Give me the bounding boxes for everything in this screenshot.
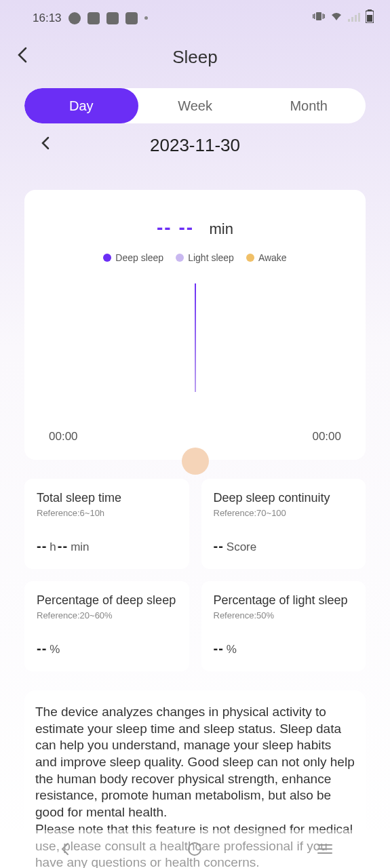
legend-dot-awake-icon [246, 254, 254, 262]
legend-light-sleep: Light sleep [176, 252, 234, 263]
stat-value: -- Score [214, 538, 354, 554]
chart-total-unit: min [210, 220, 233, 237]
status-app-icon [69, 12, 81, 24]
date-prev-button[interactable] [41, 136, 50, 155]
chart-x-axis: 00:00 00:00 [37, 430, 353, 443]
stat-value: -- h -- min [37, 538, 177, 554]
legend-deep-sleep: Deep sleep [103, 252, 163, 263]
page-title: Sleep [172, 47, 218, 68]
status-more-icon [144, 16, 148, 20]
chart-empty-line [195, 283, 196, 392]
signal-icon [348, 12, 360, 25]
svg-rect-3 [323, 14, 324, 19]
chart-x-start: 00:00 [49, 430, 78, 443]
stat-pct: -- [37, 641, 47, 656]
svg-rect-7 [355, 15, 357, 22]
wifi-icon [330, 12, 343, 25]
svg-rect-5 [348, 19, 350, 22]
stat-deep-continuity[interactable]: Deep sleep continuity Reference:70~100 -… [201, 479, 366, 569]
legend-label: Awake [258, 252, 287, 263]
stat-reference: Reference:50% [214, 610, 354, 620]
svg-rect-8 [358, 13, 360, 22]
stat-light-percentage[interactable]: Percentage of light sleep Reference:50% … [201, 581, 366, 671]
tab-day[interactable]: Day [24, 88, 138, 123]
status-time: 16:13 [33, 12, 62, 25]
nav-back-button[interactable] [56, 840, 74, 858]
stat-total-sleep[interactable]: Total sleep time Reference:6~10h -- h --… [24, 479, 189, 569]
chart-legend: Deep sleep Light sleep Awake [37, 252, 353, 263]
legend-awake: Awake [246, 252, 287, 263]
stat-value: -- % [214, 641, 354, 656]
stat-hours: -- [37, 538, 47, 554]
svg-rect-0 [316, 12, 321, 20]
legend-label: Light sleep [188, 252, 234, 263]
stat-reference: Reference:70~100 [214, 508, 354, 518]
stat-pct-unit: % [50, 643, 60, 656]
chart-plot-area [37, 283, 353, 406]
date-selector: 2023-11-30 [0, 123, 390, 167]
chart-total-value: -- -- [157, 217, 194, 238]
svg-rect-6 [351, 17, 353, 22]
nav-recent-button[interactable] [316, 840, 334, 858]
stats-grid: Total sleep time Reference:6~10h -- h --… [24, 479, 366, 671]
info-paragraph-1: The device analyzes changes in physical … [35, 704, 355, 821]
stat-title: Percentage of deep sleep [37, 593, 177, 608]
legend-dot-deep-icon [103, 254, 111, 262]
status-left: 16:13 [33, 12, 148, 25]
stat-hours-unit: h [50, 540, 56, 554]
status-mail-icon [87, 12, 100, 24]
svg-rect-4 [324, 14, 326, 18]
svg-rect-1 [314, 14, 315, 19]
tab-week[interactable]: Week [138, 88, 252, 123]
stat-title: Deep sleep continuity [214, 491, 354, 505]
system-nav-bar [0, 830, 390, 868]
nav-home-button[interactable] [186, 840, 203, 858]
stat-minutes-unit: min [71, 540, 89, 554]
chart-x-end: 00:00 [312, 430, 341, 443]
vibrate-icon [313, 11, 325, 25]
stat-title: Percentage of light sleep [214, 593, 354, 608]
status-mail-icon [106, 12, 119, 24]
date-value: 2023-11-30 [150, 135, 240, 156]
period-tabs: Day Week Month [24, 88, 366, 123]
stat-score-unit: Score [227, 540, 256, 554]
stat-deep-percentage[interactable]: Percentage of deep sleep Reference:20~60… [24, 581, 189, 671]
stat-minutes: -- [58, 538, 68, 554]
svg-point-12 [189, 843, 201, 855]
stat-score: -- [214, 538, 224, 554]
status-mail-icon [125, 12, 138, 24]
battery-icon [366, 9, 374, 26]
legend-label: Deep sleep [115, 252, 163, 263]
svg-rect-2 [313, 14, 314, 18]
stat-reference: Reference:6~10h [37, 508, 177, 518]
header: Sleep [0, 29, 390, 83]
stat-pct: -- [214, 641, 224, 656]
sleep-chart-card: -- -- min Deep sleep Light sleep Awake 0… [24, 190, 366, 460]
stat-reference: Reference:20~60% [37, 610, 177, 620]
chart-marker[interactable] [182, 448, 209, 475]
stat-value: -- % [37, 641, 177, 656]
chart-total: -- -- min [37, 217, 353, 239]
legend-dot-light-icon [176, 254, 184, 262]
stat-title: Total sleep time [37, 491, 177, 505]
stat-pct-unit: % [227, 643, 237, 656]
svg-rect-11 [367, 15, 372, 22]
back-button[interactable] [16, 45, 28, 69]
status-bar: 16:13 [0, 0, 390, 29]
status-right [313, 9, 374, 26]
tab-month[interactable]: Month [252, 88, 366, 123]
